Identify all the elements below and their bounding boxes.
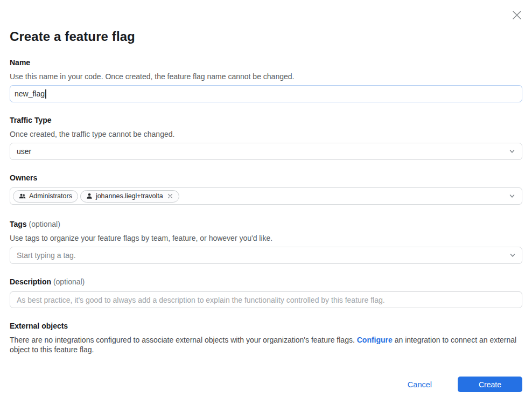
tags-helper: Use tags to organize your feature flags …: [10, 234, 522, 242]
tags-input[interactable]: [10, 247, 522, 264]
cancel-button[interactable]: Cancel: [408, 380, 432, 389]
modal-footer: Cancel Create: [10, 377, 522, 392]
owner-chip-label: johannes.liegl+travolta: [96, 192, 163, 200]
owner-chip[interactable]: Administrators: [13, 190, 78, 203]
tags-label-text: Tags: [10, 220, 27, 228]
external-objects-text: There are no integrations configured to …: [10, 335, 522, 354]
name-label: Name: [10, 58, 522, 67]
external-objects-label: External objects: [10, 322, 522, 330]
description-input[interactable]: [10, 291, 522, 308]
owners-section: Owners Administrators johannes.liegl+tra…: [10, 173, 522, 205]
owners-label: Owners: [10, 173, 522, 182]
create-feature-flag-modal: Create a feature flag Name Use this name…: [0, 0, 532, 411]
description-label-text: Description: [10, 277, 51, 286]
tags-optional-note: (optional): [29, 220, 60, 228]
modal-title: Create a feature flag: [10, 0, 522, 44]
traffic-type-select[interactable]: user: [10, 143, 522, 160]
description-label: Description (optional): [10, 277, 522, 286]
owners-field[interactable]: Administrators johannes.liegl+travolta: [10, 187, 522, 205]
external-objects-text-before: There are no integrations configured to …: [10, 336, 357, 344]
traffic-type-label: Traffic Type: [10, 116, 522, 124]
chevron-down-icon: [508, 148, 516, 155]
chevron-down-icon: [508, 192, 516, 200]
chevron-down-icon: [509, 252, 516, 259]
configure-link[interactable]: Configure: [357, 336, 393, 344]
close-button[interactable]: [510, 8, 524, 22]
text-caret: [45, 89, 46, 99]
name-input-value: new_flag: [15, 89, 45, 98]
traffic-type-section: Traffic Type Once created, the traffic t…: [10, 116, 522, 160]
tags-section: Tags (optional) Use tags to organize you…: [10, 220, 522, 264]
create-button[interactable]: Create: [458, 377, 522, 392]
description-optional-note: (optional): [53, 277, 85, 286]
external-objects-section: External objects There are no integratio…: [10, 322, 522, 354]
group-icon: [19, 193, 26, 199]
remove-icon: [167, 193, 173, 199]
description-section: Description (optional): [10, 277, 522, 308]
traffic-type-helper: Once created, the traffic type cannot be…: [10, 130, 522, 138]
traffic-type-selected-value: user: [17, 147, 31, 156]
person-icon: [86, 193, 93, 199]
owner-chip[interactable]: johannes.liegl+travolta: [80, 190, 179, 203]
name-helper: Use this name in your code. Once created…: [10, 72, 522, 81]
remove-chip-button[interactable]: [167, 193, 173, 199]
close-icon: [511, 9, 523, 21]
name-section: Name Use this name in your code. Once cr…: [10, 58, 522, 102]
owner-chip-label: Administrators: [29, 192, 72, 200]
tags-label: Tags (optional): [10, 220, 522, 228]
name-input[interactable]: new_flag: [10, 85, 522, 102]
